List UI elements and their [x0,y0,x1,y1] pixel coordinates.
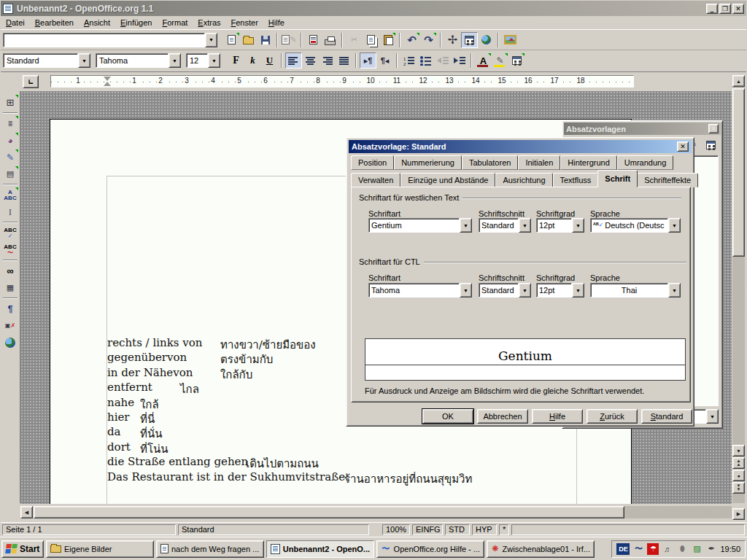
ctl-style-arrow[interactable]: ▼ [519,283,531,298]
ltr-paragraph-button[interactable]: ▸¶ [360,52,376,69]
ctl-size-combobox[interactable]: 12pt ▼ [536,283,584,298]
paragraph-styles-button[interactable] [703,138,718,152]
horizontal-scrollbar-thumb[interactable] [34,506,624,518]
tab-schrifteffekte[interactable]: Schrifteffekte [637,173,698,187]
ctl-language-combobox[interactable]: Thai ▼ [590,283,681,298]
antivirus-icon[interactable]: ☂ [647,543,659,555]
western-language-combobox[interactable]: ᴬᴮ✓ Deutsch (Deutsc ▼ [590,218,681,233]
ctl-size-arrow[interactable]: ▼ [572,283,584,298]
western-font-arrow[interactable]: ▼ [460,218,472,233]
stylist-close-button[interactable]: ✕ [708,124,719,133]
taskbar-item-unbenannt2[interactable]: Unbenannt2 - OpenO... [266,540,374,558]
open-document-button[interactable] [240,32,257,48]
dialog-titlebar[interactable]: Absatzvorlage: Standard ✕ [349,140,692,153]
taskbar-item-weg-fragen[interactable]: nach dem Weg fragen ... [156,540,264,558]
cancel-button[interactable]: Abbrechen [477,409,528,424]
ctl-font-combobox[interactable]: Tahoma ▼ [368,283,472,298]
align-center-button[interactable] [302,52,319,69]
font-color-button[interactable]: A [475,52,492,69]
menu-ansicht[interactable]: Ansicht [79,17,115,28]
online-layout-button[interactable] [1,334,19,351]
paragraph-style-combobox[interactable]: Standard ▼ [3,53,90,68]
tab-schrift[interactable]: Schrift [597,170,638,187]
back-button[interactable]: Zurück [587,409,638,424]
window-titlebar[interactable]: Unbenannt2 - OpenOffice.org 1.1 _ ❐ ✕ [1,1,746,16]
text-line[interactable]: die Straße entlang gehenเดินไปตามถนน [107,455,589,470]
ctl-language-arrow[interactable]: ▼ [668,283,681,298]
ctl-style-combobox[interactable]: Standard ▼ [479,283,531,298]
underline-button[interactable]: U [261,52,278,69]
ok-button[interactable]: OK [422,409,473,424]
western-size-arrow[interactable]: ▼ [572,218,584,233]
status-hyperlink-mode[interactable]: HYP [472,524,497,535]
spellcheck-button[interactable]: ABC✓ [1,225,19,241]
style-dropdown-arrow[interactable]: ▼ [78,53,90,68]
print-file-button[interactable] [322,32,338,48]
status-style[interactable]: Standard [178,524,369,535]
insert-button[interactable]: ⊞ [1,94,19,111]
tab-verwalten[interactable]: Verwalten [351,173,400,187]
form-functions-button[interactable]: ▤ [1,166,19,182]
scroll-up-button[interactable]: ▲ [732,75,745,87]
direct-cursor-button[interactable]: I [1,203,19,220]
next-page-button[interactable]: ▼▼ [732,482,745,494]
tab-stop-type-button[interactable]: ∟ [23,75,39,88]
edit-file-button[interactable]: ✎ [281,32,298,48]
usb-device-icon[interactable]: ▨ [691,543,703,555]
tab-ausrichtung[interactable]: Ausrichtung [495,173,552,187]
western-size-combobox[interactable]: 12pt ▼ [536,218,584,233]
cut-button[interactable]: ✂ [346,32,363,48]
undo-button[interactable]: ↶ [403,32,420,48]
minimize-button[interactable]: _ [706,4,718,14]
tab-textfluss[interactable]: Textfluss [553,173,599,187]
tab-umrandung[interactable]: Umrandung [617,155,673,170]
standard-button[interactable]: Standard [641,409,692,424]
western-style-combobox[interactable]: Standard ▼ [479,218,531,233]
status-insert-mode[interactable]: EINFG [412,524,443,535]
tab-nummerierung[interactable]: Nummerierung [394,155,462,170]
decrease-indent-button[interactable] [434,52,451,69]
dialog-close-button[interactable]: ✕ [677,141,689,152]
paragraph-background-button[interactable] [508,52,525,69]
close-button[interactable]: ✕ [732,4,744,14]
draw-functions-button[interactable]: ✎ [1,149,19,166]
hyperlink-dialog-button[interactable] [478,32,495,48]
bold-button[interactable]: F [228,52,244,69]
graphics-onoff-button[interactable]: ▣✗ [1,317,19,334]
justify-button[interactable] [336,52,352,69]
insert-fields-button[interactable]: ≣ [1,115,19,132]
paste-button[interactable] [379,32,396,48]
gallery-button[interactable] [502,32,519,48]
find-replace-button[interactable]: ∞ [1,262,19,279]
mouse-icon[interactable]: ⬮ [676,543,688,555]
menu-extras[interactable]: Extras [193,17,225,28]
status-zoom[interactable]: 100% [382,524,410,535]
horizontal-ruler[interactable]: 1 123456789101112131415161718 [50,75,634,88]
increase-indent-button[interactable] [451,52,468,69]
text-line[interactable]: dortที่โน่น [107,440,589,455]
scroll-left-button[interactable]: ◀ [20,506,33,518]
menu-format[interactable]: Format [157,17,193,28]
start-button[interactable]: Start [1,540,44,558]
font-name-combobox[interactable]: Tahoma ▼ [96,53,181,68]
menu-fenster[interactable]: Fenster [226,17,263,28]
italic-button[interactable]: k [244,52,261,69]
menu-hilfe[interactable]: Hilfe [263,17,290,28]
scroll-right-button[interactable]: ▶ [732,508,745,520]
data-sources-button[interactable]: ▦ [1,279,19,296]
save-document-button[interactable] [257,32,274,48]
numbered-list-button[interactable]: 12 [400,52,417,69]
text-line[interactable]: daที่นั่น [107,425,589,440]
redo-button[interactable]: ↷ [420,32,437,48]
font-dropdown-arrow[interactable]: ▼ [169,53,181,68]
tab-initialen[interactable]: Initialen [518,155,560,170]
bullet-list-button[interactable] [417,52,434,69]
pen-tablet-icon[interactable]: ✒ [705,543,717,555]
clock[interactable]: 19:50 [720,545,740,553]
rtl-paragraph-button[interactable]: ¶◂ [376,52,393,69]
url-input[interactable] [3,33,205,47]
western-language-arrow[interactable]: ▼ [668,218,681,233]
tab-position[interactable]: Position [351,155,394,170]
horizontal-scrollbar[interactable]: ◀ [20,505,732,521]
taskbar-item-zwischenablage[interactable]: ❋ Zwischenablage01 - Irf... [487,540,595,558]
